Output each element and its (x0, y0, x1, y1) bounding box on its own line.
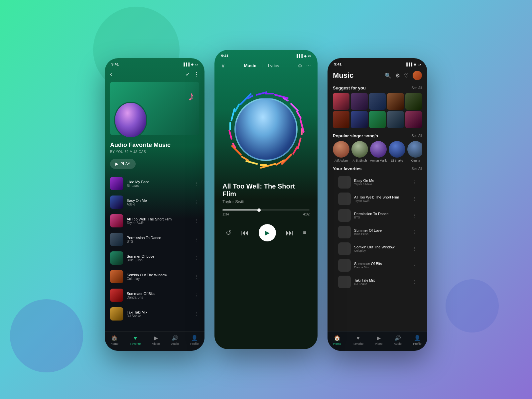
singer-avatar (333, 141, 349, 158)
next-button[interactable]: ⏭ (286, 228, 294, 237)
queue-icon[interactable]: ≡ (303, 230, 306, 236)
singer-item[interactable]: Arman Malik (370, 141, 387, 162)
nav-label: Home (333, 342, 341, 345)
tab-lyrics[interactable]: Lyrics (268, 63, 279, 68)
status-bar-1: 9:41 ▐▐▐ ◈ ▭ (105, 58, 204, 68)
song-more-icon[interactable]: ⋮ (195, 200, 199, 205)
favorite-item[interactable]: Summer Of Love Billie Eilish ⋮ (333, 224, 422, 240)
fav-more-icon[interactable]: ⋮ (412, 246, 417, 251)
music-header-icons: 🔍 ⚙ ♡ (385, 71, 422, 80)
nav-item-home[interactable]: 🏠 Home (333, 335, 341, 345)
suggest-thumb-1[interactable] (333, 93, 349, 110)
search-icon[interactable]: 🔍 (385, 72, 391, 79)
favorite-item[interactable]: Somkin Out The Window Coldplay ⋮ (333, 240, 422, 257)
more-icon-2[interactable]: ⋯ (306, 63, 311, 68)
fav-more-icon[interactable]: ⋮ (412, 279, 417, 285)
nav-icon: 👤 (414, 335, 421, 341)
svg-rect-6 (260, 164, 267, 166)
nav-item-favorite[interactable]: ♥ Favorite (130, 335, 141, 345)
now-playing-artist: Taylor Swift (214, 199, 318, 209)
suggest-thumb-10[interactable] (405, 111, 422, 128)
suggest-thumb-4[interactable] (387, 93, 404, 110)
wifi-icon: ◈ (191, 63, 194, 66)
fav-thumb (338, 259, 351, 272)
singer-item[interactable]: Arijit Singh (351, 141, 368, 162)
nav-item-profile[interactable]: 👤 Profile (190, 335, 199, 345)
nav-item-audio[interactable]: 🔊 Audio (394, 335, 402, 345)
nav-item-audio[interactable]: 🔊 Audio (171, 335, 179, 345)
prev-button[interactable]: ⏮ (241, 228, 249, 237)
suggest-thumb-7[interactable] (351, 111, 367, 128)
tab-music[interactable]: Music (244, 63, 256, 68)
favorite-item[interactable]: Easy On Me Taylor / Adele ⋮ (333, 174, 422, 191)
suggest-thumb-9[interactable] (387, 111, 404, 128)
nav-label: Profile (413, 342, 422, 345)
song-info: Summaer Of Bits Danda Bits (127, 292, 191, 299)
play-button[interactable]: ▶ PLAY (110, 159, 136, 169)
fav-more-icon[interactable]: ⋮ (412, 180, 417, 185)
singer-name: Ozuna (411, 159, 420, 162)
filter-icon[interactable]: ⚙ (395, 72, 400, 79)
singer-item[interactable]: Ozuna (407, 141, 422, 162)
singers-see-all[interactable]: See All (412, 134, 422, 138)
song-more-icon[interactable]: ⋮ (195, 293, 199, 298)
more-icon[interactable]: ⋮ (194, 71, 199, 77)
equalizer-icon[interactable]: ⚙ (298, 63, 302, 68)
song-item[interactable]: Summer Of Love Billie Eilish ⋮ (105, 249, 204, 267)
suggest-thumb-8[interactable] (369, 111, 386, 128)
check-icon[interactable]: ✓ (186, 71, 190, 77)
fav-info: Summaer Of Bits Danda Bits (354, 262, 409, 269)
favorite-item[interactable]: All Too Well: The Short Flim Taylor Swif… (333, 191, 422, 207)
song-item[interactable]: Taki Taki Mix DJ Snake ⋮ (105, 305, 204, 323)
fav-thumb (338, 226, 351, 238)
song-item[interactable]: Permission To Dance BTS ⋮ (105, 230, 204, 249)
nav-item-profile[interactable]: 👤 Profile (413, 335, 422, 345)
fav-more-icon[interactable]: ⋮ (412, 229, 417, 235)
song-thumb (110, 270, 123, 283)
svg-rect-18 (265, 93, 274, 94)
song-more-icon[interactable]: ⋮ (195, 181, 199, 186)
suggest-see-all[interactable]: See All (412, 86, 422, 90)
fav-info: All Too Well: The Short Flim Taylor Swif… (354, 195, 409, 202)
fav-more-icon[interactable]: ⋮ (412, 196, 417, 201)
battery-icon: ▭ (195, 63, 198, 66)
suggest-thumb-6[interactable] (333, 111, 349, 128)
replay-button[interactable]: ↺ (226, 229, 231, 237)
song-more-icon[interactable]: ⋮ (195, 218, 199, 223)
singer-item[interactable]: Atif Aslam (333, 141, 349, 162)
fav-more-icon[interactable]: ⋮ (412, 263, 417, 268)
progress-area[interactable]: 1:34 4:02 (214, 209, 318, 216)
suggest-thumb-2[interactable] (351, 93, 367, 110)
user-avatar[interactable] (413, 71, 422, 80)
song-item[interactable]: Summaer Of Bits Danda Bits ⋮ (105, 286, 204, 305)
nav-item-favorite[interactable]: ♥ Favorite (353, 335, 364, 345)
song-more-icon[interactable]: ⋮ (195, 274, 199, 279)
progress-bar[interactable] (222, 209, 310, 210)
suggest-thumb-5[interactable] (405, 93, 422, 110)
svg-rect-22 (296, 110, 302, 119)
play-pause-button[interactable]: ▶ (259, 224, 276, 241)
singer-item[interactable]: Dj Snake (389, 141, 405, 162)
back-button[interactable]: ‹ (110, 71, 112, 78)
song-artist: Bindaas (127, 184, 191, 188)
song-more-icon[interactable]: ⋮ (195, 255, 199, 261)
song-more-icon[interactable]: ⋮ (195, 237, 199, 242)
nav-item-video[interactable]: ▶ Video (152, 335, 160, 345)
song-item[interactable]: Somkin Out The Window Coldplay ⋮ (105, 267, 204, 286)
collapse-icon[interactable]: ∨ (221, 63, 225, 69)
favorites-see-all[interactable]: See All (412, 167, 422, 171)
nav-item-home[interactable]: 🏠 Home (110, 335, 118, 345)
fav-info: Taki Taki Mix DJ Snake (354, 278, 409, 286)
favorite-item[interactable]: Summaer Of Bits Danda Bits ⋮ (333, 257, 422, 274)
song-more-icon[interactable]: ⋮ (195, 311, 199, 317)
song-item[interactable]: Easy On Me Adele ⋮ (105, 193, 204, 211)
song-item[interactable]: All Too Well: The Short Flim Taylor Swif… (105, 211, 204, 230)
now-playing-title: All Too Well: The Short Flim (214, 183, 318, 199)
favorite-item[interactable]: Taki Taki Mix DJ Snake ⋮ (333, 274, 422, 290)
suggest-thumb-3[interactable] (369, 93, 386, 110)
song-item[interactable]: Hide My Face Bindaas ⋮ (105, 174, 204, 193)
fav-more-icon[interactable]: ⋮ (412, 213, 417, 218)
favorite-item[interactable]: Permission To Dance BTS ⋮ (333, 207, 422, 224)
heart-icon[interactable]: ♡ (404, 72, 409, 79)
nav-item-video[interactable]: ▶ Video (375, 335, 383, 345)
